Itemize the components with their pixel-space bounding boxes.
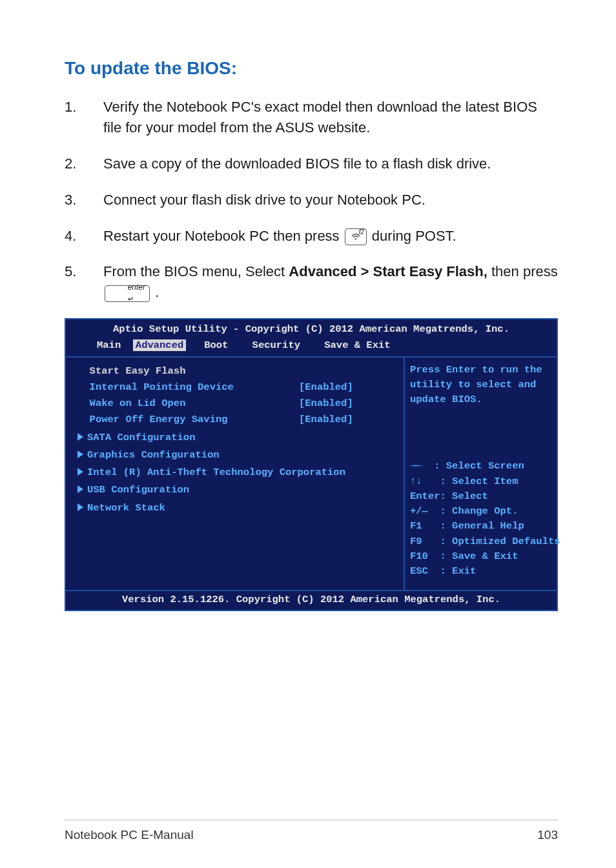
step-text: From the BIOS menu, Select Advanced > St… [103,261,558,303]
f2-key-icon: f2 [345,228,367,245]
enter-text: enter [128,283,145,292]
bios-help-description: Press Enter to run the utility to select… [410,363,553,459]
triangle-icon [77,450,83,458]
page-number: 103 [537,828,558,842]
step-text-part: during POST. [372,228,457,244]
step-text-part: . [155,284,159,300]
bios-item-label: SATA Configuration [87,432,195,443]
bios-item-internal-pointing: Internal Pointing Device [Enabled] [77,380,396,395]
svg-point-0 [355,238,356,239]
step-number: 4. [65,226,103,247]
triangle-icon [77,485,83,493]
bios-key-line: +/— : Change Opt. [410,504,553,519]
bios-tab-security: Security [252,339,300,351]
bios-key-line: ↑↓ : Select Item [410,474,553,489]
bios-tab-boot: Boot [204,339,228,351]
bios-item-power-off-energy: Power Off Energy Saving [Enabled] [77,412,396,427]
bios-footer: Version 2.15.1226. Copyright (C) 2012 Am… [66,590,557,610]
step-text: Restart your Notebook PC then press f2 d… [103,226,558,247]
bios-submenu-usb: USB Configuration [77,483,396,498]
step-text: Save a copy of the downloaded BIOS file … [103,154,558,174]
bios-item-label: Graphics Configuration [87,449,220,461]
bios-header: Aptio Setup Utility - Copyright (C) 2012… [66,319,557,338]
bios-key-line: →← : Select Screen [410,459,553,474]
step-number: 3. [65,190,103,210]
bios-key-line: Enter: Select [410,489,553,504]
bios-item-label: Internal Pointing Device [90,381,234,393]
step-number: 5. [65,261,103,303]
bios-item-value: [Enabled] [299,380,396,395]
step-number: 2. [65,154,103,174]
step-text-part: then press [491,263,558,279]
triangle-icon [77,433,83,441]
bios-options-pane: Start Easy Flash Internal Pointing Devic… [66,358,405,590]
bios-key-line: F10 : Save & Exit [410,549,553,564]
bios-item-value: [Enabled] [299,396,396,411]
key-label: f2 [358,228,364,237]
bios-tab-advanced: Advanced [133,339,186,351]
page-footer: Notebook PC E-Manual 103 [65,820,558,842]
bios-key-line: F9 : Optimized Defaults [410,534,553,549]
bios-screenshot: Aptio Setup Utility - Copyright (C) 2012… [65,318,558,611]
key-label: enter↵ [128,282,145,305]
step-text-part: From the BIOS menu, Select [103,263,289,279]
triangle-icon [77,503,83,511]
triangle-icon [77,468,83,476]
bios-tab-main: Main [97,339,121,351]
bios-item-label: Wake on Lid Open [90,398,186,409]
bios-item-label: Power Off Energy Saving [90,414,228,425]
step-text: Connect your flash disk drive to your No… [103,190,558,210]
step-text: Verify the Notebook PC's exact model the… [103,97,558,138]
footer-title: Notebook PC E-Manual [65,828,194,842]
bios-item-label: Network Stack [87,502,165,514]
bios-item-wake-lid: Wake on Lid Open [Enabled] [77,396,396,411]
bios-submenu-graphics: Graphics Configuration [77,448,396,463]
bios-help-pane: Press Enter to run the utility to select… [405,358,557,590]
step-text-bold: Advanced > Start Easy Flash, [289,263,488,279]
bios-submenu-sata: SATA Configuration [77,430,396,445]
bios-key-line: ESC : Exit [410,564,553,579]
step-number: 1. [65,97,103,138]
bios-key-legend: →← : Select Screen ↑↓ : Select Item Ente… [410,459,553,579]
bios-tabs: Main Advanced Boot Security Save & Exit [66,338,557,356]
bios-item-label: Intel (R) Anti-Theft Technology Corporat… [87,467,345,478]
enter-key-icon: enter↵ [105,285,150,302]
bios-tab-save: Save & Exit [324,339,390,351]
bios-item-value: [Enabled] [299,412,396,427]
bios-submenu-intel-antitheft: Intel (R) Anti-Theft Technology Corporat… [77,465,396,480]
bios-item-label: Start Easy Flash [90,365,186,377]
bios-key-line: F1 : General Help [410,519,553,534]
bios-item-label: USB Configuration [87,484,189,496]
section-heading: To update the BIOS: [65,58,558,79]
step-text-part: Restart your Notebook PC then press [103,228,344,244]
steps-list: 1. Verify the Notebook PC's exact model … [65,97,558,303]
bios-item-start-easy-flash: Start Easy Flash [77,364,396,379]
bios-submenu-network-stack: Network Stack [77,501,396,516]
